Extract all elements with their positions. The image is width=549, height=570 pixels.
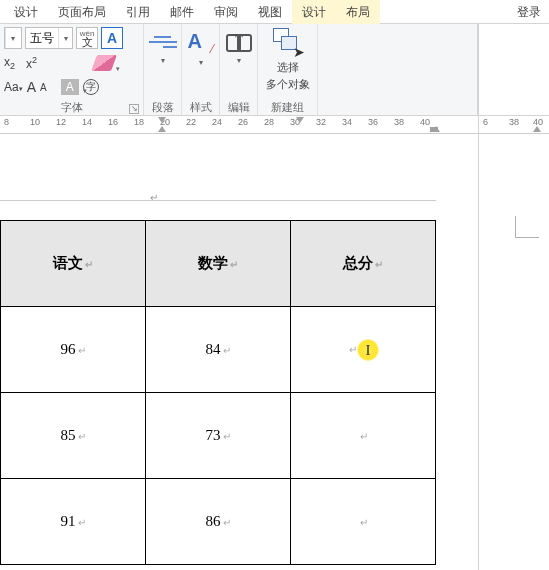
subscript-button[interactable]: x2 bbox=[4, 55, 20, 71]
tab-view[interactable]: 视图 bbox=[248, 0, 292, 24]
th-math[interactable]: 数学↵ bbox=[146, 221, 291, 307]
chevron-down-icon[interactable]: ▾ bbox=[199, 58, 203, 67]
text-cursor-icon bbox=[357, 339, 379, 361]
shrink-font-button[interactable]: A bbox=[40, 82, 47, 93]
ruler-right-pane: 6 38 40 bbox=[478, 116, 549, 134]
document-area: ↵ 语文↵ 数学↵ 总分↵ 96↵ 84↵ ↵ 85↵ 73↵ ↵ 91↵ 86… bbox=[0, 134, 549, 570]
crop-mark-icon bbox=[515, 216, 539, 238]
styles-group: A ⁄ ▾ 样式 bbox=[182, 24, 220, 115]
phonetic-guide-button[interactable]: wén 文 bbox=[76, 27, 98, 49]
paragraph-group-label: 段落 bbox=[152, 99, 174, 115]
cell-r2-chinese[interactable]: 85↵ bbox=[1, 393, 146, 479]
table-header-row: 语文↵ 数学↵ 总分↵ bbox=[1, 221, 436, 307]
cell-r3-chinese[interactable]: 91↵ bbox=[1, 479, 146, 565]
chevron-down-icon[interactable]: ▾ bbox=[161, 56, 165, 65]
font-size-dropdown[interactable]: 五号 ▾ bbox=[25, 27, 73, 49]
ribbon-right-panel bbox=[478, 24, 549, 115]
cell-r1-chinese[interactable]: 96↵ bbox=[1, 307, 146, 393]
tab-mailings[interactable]: 邮件 bbox=[160, 0, 204, 24]
table-row: 91↵ 86↵ ↵ bbox=[1, 479, 436, 565]
tab-table-design[interactable]: 设计 bbox=[292, 0, 336, 24]
chevron-down-icon[interactable]: ▾ bbox=[237, 56, 241, 65]
styles-icon[interactable]: A ⁄ bbox=[188, 30, 214, 56]
cell-r1-total[interactable]: ↵ bbox=[291, 307, 436, 393]
first-line-indent-marker-2[interactable] bbox=[296, 117, 304, 123]
chevron-down-icon: ▾ bbox=[116, 65, 120, 73]
change-case-button[interactable]: Aa▾ bbox=[4, 80, 23, 94]
ruler-right-marker[interactable] bbox=[533, 126, 541, 132]
select-objects-icon[interactable]: ➤ bbox=[273, 28, 303, 58]
tab-page-layout[interactable]: 页面布局 bbox=[48, 0, 116, 24]
find-icon[interactable] bbox=[225, 30, 253, 54]
table-row: 96↵ 84↵ ↵ bbox=[1, 307, 436, 393]
select-objects-group: ➤ 选择 多个对象 新建组 bbox=[258, 24, 318, 115]
cell-r2-math[interactable]: 73↵ bbox=[146, 393, 291, 479]
chevron-down-icon: ▾ bbox=[5, 28, 19, 48]
tab-design-top[interactable]: 设计 bbox=[4, 0, 48, 24]
paragraph-group: ▾ 段落 bbox=[144, 24, 182, 115]
cell-r3-math[interactable]: 86↵ bbox=[146, 479, 291, 565]
grow-font-button[interactable]: A bbox=[27, 79, 36, 95]
font-group-label: 字体 ↘ bbox=[4, 99, 139, 115]
select-label-1: 选择 bbox=[277, 60, 299, 75]
character-border-button[interactable]: A bbox=[101, 27, 123, 49]
right-pane bbox=[478, 134, 549, 570]
editing-group: ▾ 编辑 bbox=[220, 24, 258, 115]
header-separator bbox=[0, 200, 436, 201]
select-label-2: 多个对象 bbox=[266, 77, 310, 92]
paragraph-icon[interactable] bbox=[149, 30, 177, 54]
th-total[interactable]: 总分↵ bbox=[291, 221, 436, 307]
chevron-down-icon: ▾ bbox=[58, 28, 72, 48]
paragraph-mark-icon: ↵ bbox=[150, 192, 158, 203]
table-row: 85↵ 73↵ ↵ bbox=[1, 393, 436, 479]
tab-review[interactable]: 审阅 bbox=[204, 0, 248, 24]
ribbon: ▾ 五号 ▾ wén 文 A x2 x2 ▾ bbox=[0, 24, 549, 116]
cursor-icon: ➤ bbox=[293, 44, 305, 60]
character-shading-button[interactable]: A▾ bbox=[61, 79, 79, 95]
first-line-indent-marker[interactable] bbox=[158, 117, 166, 123]
clear-formatting-button[interactable]: ▾ bbox=[91, 55, 117, 71]
tab-table-layout[interactable]: 布局 bbox=[336, 0, 380, 24]
styles-group-label: 样式 bbox=[190, 99, 212, 115]
cell-r3-total[interactable]: ↵ bbox=[291, 479, 436, 565]
editing-group-label: 编辑 bbox=[228, 99, 250, 115]
cell-r2-total[interactable]: ↵ bbox=[291, 393, 436, 479]
scores-table[interactable]: 语文↵ 数学↵ 总分↵ 96↵ 84↵ ↵ 85↵ 73↵ ↵ 91↵ 86↵ … bbox=[0, 220, 436, 565]
ribbon-tabs: 设计 页面布局 引用 邮件 审阅 视图 设计 布局 登录 bbox=[0, 0, 549, 24]
horizontal-ruler[interactable]: 8 10 12 14 16 18 20 22 24 26 28 30 32 34… bbox=[0, 116, 478, 134]
font-name-dropdown[interactable]: ▾ bbox=[4, 27, 22, 49]
new-group-label: 新建组 bbox=[262, 99, 313, 115]
pinyin-bot: 文 bbox=[82, 38, 93, 46]
font-size-value: 五号 bbox=[26, 30, 58, 47]
font-dialog-launcher[interactable]: ↘ bbox=[129, 104, 139, 114]
superscript-button[interactable]: x2 bbox=[26, 55, 42, 71]
left-indent-marker[interactable] bbox=[430, 127, 438, 132]
font-group: ▾ 五号 ▾ wén 文 A x2 x2 ▾ bbox=[0, 24, 144, 115]
document-page[interactable]: ↵ 语文↵ 数学↵ 总分↵ 96↵ 84↵ ↵ 85↵ 73↵ ↵ 91↵ 86… bbox=[0, 134, 478, 570]
th-chinese[interactable]: 语文↵ bbox=[1, 221, 146, 307]
login-link[interactable]: 登录 bbox=[509, 0, 549, 24]
ruler: 8 10 12 14 16 18 20 22 24 26 28 30 32 34… bbox=[0, 116, 549, 134]
cell-r1-math[interactable]: 84↵ bbox=[146, 307, 291, 393]
hanging-indent-marker[interactable] bbox=[158, 126, 166, 132]
vertical-scrollbar[interactable] bbox=[539, 268, 549, 568]
tab-references[interactable]: 引用 bbox=[116, 0, 160, 24]
